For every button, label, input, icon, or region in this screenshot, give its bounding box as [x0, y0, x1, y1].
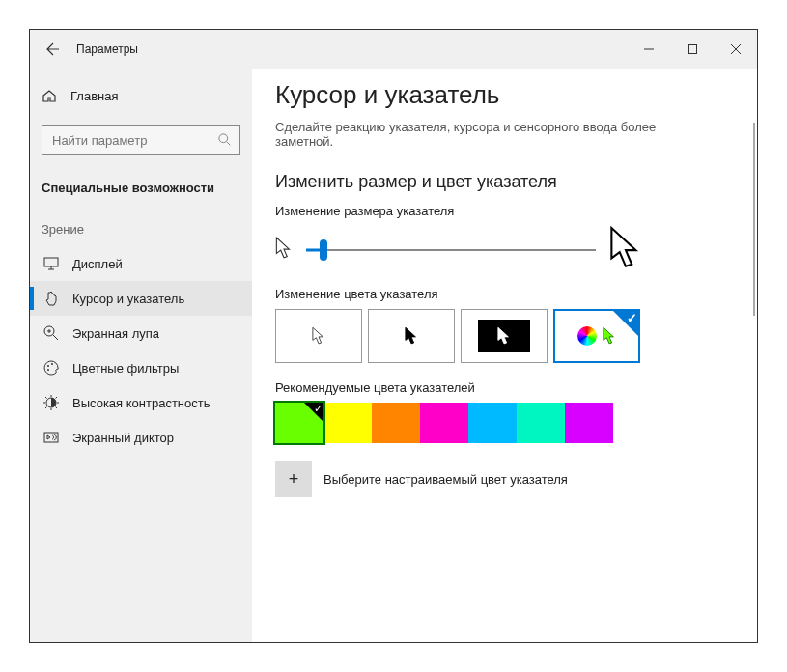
titlebar: Параметры — [30, 30, 757, 69]
pointer-size-label: Изменение размера указателя — [275, 204, 734, 218]
contrast-icon — [42, 395, 61, 410]
magnifier-icon — [42, 325, 61, 341]
sidebar-item-high-contrast[interactable]: Высокая контрастность — [30, 385, 252, 420]
maximize-icon — [688, 44, 697, 54]
page-title: Курсор и указатель — [275, 80, 734, 110]
home-icon — [42, 88, 59, 103]
page-subtitle: Сделайте реакцию указателя, курсора и се… — [275, 120, 681, 149]
minimize-icon — [644, 44, 654, 54]
minimize-button[interactable] — [627, 34, 670, 65]
svg-point-4 — [47, 365, 49, 367]
cursor-hand-icon — [42, 291, 61, 306]
scroll-indicator[interactable] — [753, 123, 755, 316]
svg-point-6 — [47, 369, 49, 371]
selected-check-icon — [613, 311, 638, 336]
swatch-magenta[interactable] — [565, 403, 613, 443]
swatch-teal[interactable] — [517, 403, 565, 443]
pointer-color-white[interactable] — [275, 309, 362, 363]
home-link[interactable]: Главная — [30, 80, 252, 111]
slider-thumb[interactable] — [320, 239, 327, 261]
close-button[interactable] — [714, 34, 757, 65]
swatch-blue[interactable] — [468, 403, 517, 443]
swatch-pink[interactable] — [420, 403, 468, 443]
nav-label: Дисплей — [72, 257, 123, 271]
nav-label: Цветные фильтры — [72, 361, 179, 376]
swatch-lime[interactable] — [275, 403, 323, 443]
custom-color-label: Выберите настраиваемый цвет указателя — [323, 472, 568, 487]
svg-point-1 — [219, 134, 228, 143]
svg-point-5 — [51, 363, 53, 365]
swatch-orange[interactable] — [372, 403, 420, 443]
pointer-color-inverted[interactable] — [461, 309, 548, 363]
recommended-color-swatches — [275, 403, 734, 443]
nav-label: Курсор и указатель — [72, 292, 184, 306]
large-cursor-icon — [609, 226, 642, 273]
sidebar-item-cursor[interactable]: Курсор и указатель — [30, 281, 252, 316]
pointer-size-row — [275, 226, 734, 273]
plus-icon: + — [289, 469, 299, 490]
custom-color-row: + Выберите настраиваемый цвет указателя — [275, 461, 734, 497]
group-label: Зрение — [30, 203, 252, 246]
app-title: Параметры — [76, 42, 138, 56]
section-title: Изменить размер и цвет указателя — [275, 172, 734, 192]
sidebar-item-narrator[interactable]: Экранный диктор — [30, 420, 252, 455]
search-input[interactable] — [50, 132, 218, 149]
palette-icon — [42, 360, 61, 376]
inverted-bg — [478, 320, 530, 352]
pointer-color-label: Изменение цвета указателя — [275, 287, 734, 301]
sidebar: Главная Специальные возможности Зрение Д… — [30, 69, 252, 642]
color-wheel-icon — [577, 326, 597, 346]
close-icon — [731, 44, 741, 54]
content-area: Курсор и указатель Сделайте реакцию указ… — [252, 69, 757, 642]
slider-track — [306, 249, 596, 251]
home-label: Главная — [70, 89, 118, 103]
monitor-icon — [42, 256, 61, 271]
recommended-colors-label: Рекомендуемые цвета указателей — [275, 380, 734, 395]
small-cursor-icon — [275, 237, 293, 263]
svg-rect-2 — [44, 258, 58, 266]
sidebar-item-display[interactable]: Дисплей — [30, 246, 252, 281]
back-arrow-icon — [45, 42, 61, 57]
sidebar-item-color-filters[interactable]: Цветные фильтры — [30, 350, 252, 385]
window-controls — [627, 34, 757, 65]
pointer-size-slider[interactable] — [306, 238, 596, 262]
sidebar-item-magnifier[interactable]: Экранная лупа — [30, 316, 252, 350]
cursor-black-icon — [405, 326, 418, 346]
svg-rect-0 — [688, 45, 696, 54]
pointer-color-black[interactable] — [368, 309, 455, 363]
settings-window: Параметры Главная Специальные возможност… — [29, 29, 758, 643]
custom-color-button[interactable]: + — [275, 461, 312, 497]
swatch-yellow[interactable] — [323, 403, 372, 443]
nav-label: Экранная лупа — [72, 326, 159, 341]
search-box[interactable] — [42, 125, 240, 155]
nav-label: Высокая контрастность — [72, 396, 211, 410]
pointer-color-options — [275, 309, 734, 363]
narrator-icon — [42, 430, 61, 445]
section-header: Специальные возможности — [30, 173, 252, 203]
maximize-button[interactable] — [670, 34, 714, 65]
back-button[interactable] — [38, 34, 69, 65]
cursor-inverted-icon — [497, 326, 511, 346]
nav-label: Экранный диктор — [72, 431, 174, 445]
search-icon — [218, 133, 232, 147]
tick-icon — [304, 403, 323, 422]
pointer-color-custom[interactable] — [553, 309, 640, 363]
cursor-white-icon — [312, 326, 325, 346]
